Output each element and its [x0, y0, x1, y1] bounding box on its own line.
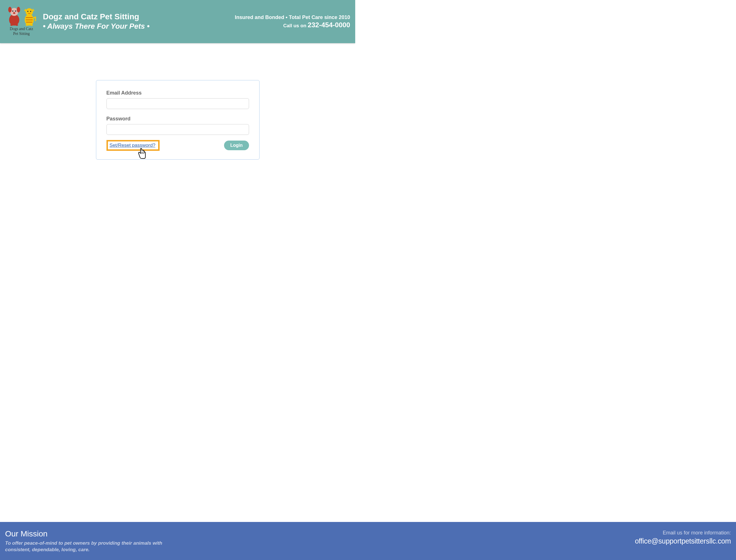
logo-text-line1: Dogs and Catz	[10, 27, 33, 32]
email-group: Email Address	[106, 90, 249, 109]
insured-text: Insured and Bonded • Total Pet Care sinc…	[235, 14, 350, 20]
phone-line: Call us on 232-454-0000	[235, 21, 350, 29]
password-input[interactable]	[106, 124, 249, 135]
main-content: Email Address Password Set/Reset passwor…	[0, 43, 355, 160]
header: Dogs and Catz Pet Sitting Dogz and Catz …	[0, 0, 355, 43]
email-label: Email Address	[106, 90, 249, 96]
password-group: Password	[106, 116, 249, 135]
svg-point-4	[12, 11, 13, 12]
svg-point-15	[26, 24, 28, 26]
company-tagline: • Always There For Your Pets •	[43, 22, 235, 31]
pointer-cursor-icon	[137, 148, 147, 159]
svg-point-16	[30, 24, 33, 26]
logo-text-line2: Pet Sitting	[13, 32, 30, 36]
svg-point-10	[26, 8, 33, 16]
header-title-block: Dogz and Catz Pet Sitting • Always There…	[43, 12, 235, 31]
dog-icon	[7, 7, 21, 26]
svg-point-7	[10, 24, 13, 26]
logo-block: Dogs and Catz Pet Sitting	[5, 7, 38, 36]
header-right: Insured and Bonded • Total Pet Care sinc…	[235, 14, 350, 29]
svg-point-3	[17, 7, 20, 12]
reset-password-link[interactable]: Set/Reset password?	[110, 143, 156, 148]
svg-point-6	[13, 12, 15, 14]
logo-icons	[7, 7, 36, 26]
reset-link-highlight: Set/Reset password?	[106, 140, 160, 151]
cat-icon	[22, 7, 36, 26]
login-button[interactable]: Login	[224, 141, 249, 150]
email-input[interactable]	[106, 98, 249, 109]
svg-point-14	[30, 11, 31, 12]
call-label: Call us on	[283, 23, 308, 28]
svg-point-5	[15, 11, 16, 12]
phone-number: 232-454-0000	[308, 21, 350, 29]
svg-point-13	[27, 11, 28, 12]
svg-point-8	[15, 24, 18, 26]
form-footer: Set/Reset password? Login	[106, 140, 249, 151]
company-title: Dogz and Catz Pet Sitting	[43, 12, 235, 22]
login-card: Email Address Password Set/Reset passwor…	[96, 80, 260, 160]
password-label: Password	[106, 116, 249, 122]
svg-point-2	[8, 7, 12, 12]
